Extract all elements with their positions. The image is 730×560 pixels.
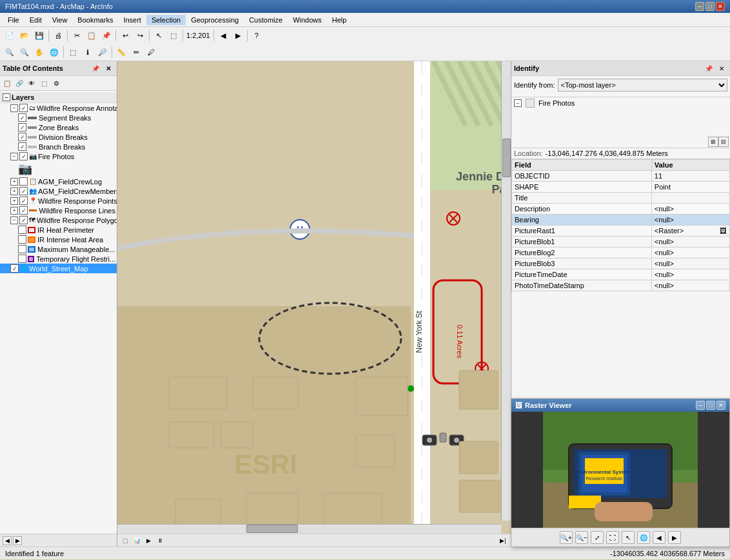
wildfire-points-checkbox[interactable]	[19, 197, 28, 205]
identify-table-row[interactable]: PictureRast1<Raster> 🖼	[512, 226, 730, 237]
open-btn[interactable]: 📂	[17, 28, 32, 43]
paste-btn[interactable]: 📌	[99, 28, 113, 43]
raster-fullscreen-btn[interactable]: ⛶	[606, 531, 619, 544]
toc-item-ir-heat-perimeter[interactable]: IR Heat Perimeter	[0, 225, 117, 235]
layers-expand-btn[interactable]: −	[3, 93, 10, 101]
wildfire-polygons-checkbox[interactable]	[19, 216, 28, 224]
menu-edit[interactable]: Edit	[25, 15, 47, 25]
redo-btn[interactable]: ↪	[133, 28, 147, 43]
toc-item-wildfire-lines[interactable]: + Wildfire Response Lines	[0, 206, 117, 215]
wildfire-lines-checkbox[interactable]	[19, 206, 28, 215]
toc-item-branch-breaks[interactable]: Branch Breaks	[0, 142, 117, 151]
menu-bookmarks[interactable]: Bookmarks	[72, 15, 118, 25]
cut-btn[interactable]: ✂	[70, 28, 84, 43]
zoom-out-btn[interactable]: 🔍	[17, 45, 32, 59]
wildfire-points-expand[interactable]: +	[10, 197, 18, 205]
toc-item-division-breaks[interactable]: Division Breaks	[0, 132, 117, 142]
raster-pointer-btn[interactable]: ↖	[622, 531, 635, 544]
fire-photos-expand[interactable]: −	[10, 153, 18, 160]
ir-intense-heat-checkbox[interactable]	[18, 235, 26, 244]
menu-insert[interactable]: Insert	[118, 15, 146, 25]
menu-geoprocessing[interactable]: Geoprocessing	[186, 15, 244, 25]
menu-selection[interactable]: Selection	[146, 15, 186, 25]
copy-btn[interactable]: 📋	[84, 28, 99, 43]
fire-photos-checkbox[interactable]	[19, 152, 28, 160]
segment-breaks-checkbox[interactable]	[18, 113, 26, 122]
raster-back-btn[interactable]: ◀	[653, 531, 666, 544]
select-btn[interactable]: ⬚	[166, 28, 181, 43]
raster-viewer-close[interactable]: ✕	[716, 401, 725, 410]
raster-viewer-min[interactable]: ─	[696, 401, 705, 410]
editor-btn[interactable]: ✏	[129, 45, 143, 59]
identify-table-row[interactable]: PictureTimeDate<null>	[512, 269, 730, 280]
map-end-btn[interactable]: ▶|	[498, 536, 508, 546]
identify-table-row[interactable]: PictureBlob3<null>	[512, 258, 730, 269]
identify-expand-all[interactable]: ⊞	[708, 137, 718, 147]
agm-fieldcrewmembers-expand[interactable]: +	[10, 188, 18, 195]
ir-heat-perimeter-checkbox[interactable]	[18, 226, 26, 234]
zone-breaks-checkbox[interactable]	[18, 123, 26, 131]
division-breaks-checkbox[interactable]	[18, 133, 26, 141]
toc-item-wildfire-points[interactable]: + 📍 Wildfire Response Points	[0, 196, 117, 206]
print-btn[interactable]: 🖨	[51, 28, 65, 43]
map-scrollbar-horizontal[interactable]	[117, 524, 501, 534]
toc-item-wildfire-polygons[interactable]: − 🗺 Wildfire Response Polygo...	[0, 215, 117, 225]
toc-item-fire-photos[interactable]: − 📷 Fire Photos	[0, 151, 117, 161]
toc-bottom-next[interactable]: ▶	[13, 536, 22, 545]
undo-btn[interactable]: ↩	[118, 28, 132, 43]
identify-table-row[interactable]: PictureBlob1<null>	[512, 237, 730, 247]
sketch-btn[interactable]: 🖊	[144, 45, 158, 59]
raster-zoom-in-btn[interactable]: 🔍+	[560, 531, 573, 544]
identify-from-select[interactable]: <Top-most layer>	[558, 79, 727, 92]
toc-close-btn[interactable]: ✕	[103, 63, 114, 74]
raster-viewer-max[interactable]: □	[706, 401, 715, 410]
toc-pin-btn[interactable]: 📌	[90, 63, 101, 74]
toc-list-btn[interactable]: 📋	[1, 77, 13, 89]
toc-bottom-prev[interactable]: ◀	[3, 536, 12, 545]
toc-item-world-street-map[interactable]: 🌐 World_Street_Map	[0, 264, 117, 273]
map-overview-btn[interactable]: ⬚	[120, 536, 130, 546]
map-pause-btn[interactable]: ⏸	[155, 536, 165, 546]
toc-item-temp-flight[interactable]: Temporary Flight Restri...	[0, 254, 117, 264]
toc-visibility-btn[interactable]: 👁	[26, 77, 37, 89]
select-features-btn[interactable]: ⬚	[66, 45, 80, 59]
map-play-btn[interactable]: ▶	[143, 536, 153, 546]
measure-btn[interactable]: 📏	[114, 45, 128, 59]
minimize-button[interactable]: ─	[695, 2, 704, 11]
agm-fieldcrewlog-checkbox[interactable]	[19, 177, 28, 186]
menu-help[interactable]: Help	[327, 15, 352, 25]
toc-item-ir-intense-heat[interactable]: IR Intense Heat Area	[0, 235, 117, 244]
agm-fieldcrewmembers-checkbox[interactable]	[19, 187, 28, 195]
toc-source-btn[interactable]: 🔗	[14, 77, 25, 89]
arrow-btn[interactable]: ↖	[152, 28, 166, 43]
toc-item-agm-fieldcrewlog[interactable]: + 📋 AGM_FieldCrewLog	[0, 177, 117, 186]
map-area[interactable]: Jennie Davis Park ESRI 0.11 Acres H	[117, 61, 511, 546]
identify-collapse-all[interactable]: ⊟	[718, 137, 729, 147]
raster-forward-btn[interactable]: ▶	[668, 531, 681, 544]
identify-close-btn[interactable]: ✕	[716, 63, 727, 74]
toc-item-zone-breaks[interactable]: Zone Breaks	[0, 122, 117, 132]
world-street-map-checkbox[interactable]	[10, 264, 19, 273]
identify-table-row[interactable]: Description<null>	[512, 204, 730, 215]
wildfire-lines-expand[interactable]: +	[10, 207, 18, 215]
raster-fit-btn[interactable]: ⤢	[591, 531, 604, 544]
identify-pin-btn[interactable]: 📌	[703, 63, 715, 74]
toc-item-agm-fieldcrewmembers[interactable]: + 👥 AGM_FieldCrewMembers...	[0, 186, 117, 196]
menu-customize[interactable]: Customize	[244, 15, 288, 25]
toc-item-segment-breaks[interactable]: Segment Breaks	[0, 113, 117, 122]
zoom-prev-btn[interactable]: ◀	[216, 28, 230, 43]
temp-flight-checkbox[interactable]	[18, 255, 26, 263]
identify-tree-expand[interactable]: −	[514, 99, 522, 107]
wildfire-annot-expand[interactable]: −	[10, 104, 18, 112]
map-scrollbar-vertical[interactable]	[501, 61, 511, 521]
menu-view[interactable]: View	[47, 15, 73, 25]
close-button[interactable]: ✕	[716, 2, 725, 11]
pan-btn[interactable]: ✋	[32, 45, 46, 59]
toc-item-wildfire-annot[interactable]: − 🗂 Wildfire Response Annota...	[0, 103, 117, 113]
identify-table-row[interactable]: Bearing<null>	[512, 215, 730, 226]
raster-icon[interactable]: 🖼	[720, 227, 727, 235]
identify-table-row[interactable]: OBJECTID11	[512, 171, 730, 182]
map-scrollbar-thumb-h[interactable]	[246, 525, 298, 533]
menu-file[interactable]: File	[3, 15, 25, 25]
identify-table-row[interactable]: PictureBlog2<null>	[512, 247, 730, 258]
